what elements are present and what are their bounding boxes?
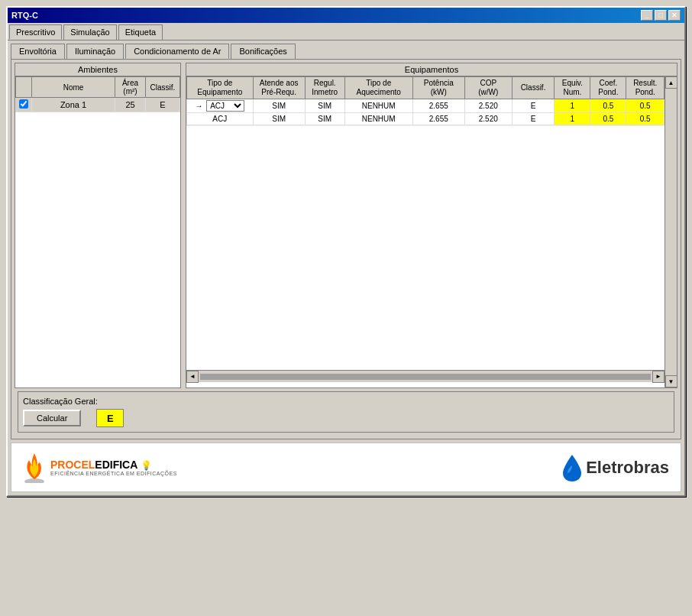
- equip-coef-cell: 0.5: [590, 99, 626, 113]
- equip-regul-cell2: SIM: [305, 113, 344, 125]
- maximize-button[interactable]: □: [655, 10, 667, 21]
- ambientes-empty-space: [15, 112, 180, 387]
- scroll-up-button[interactable]: ▲: [665, 76, 677, 89]
- equip-col-potencia: Potência(kW): [412, 77, 464, 99]
- amb-check-cell[interactable]: [16, 98, 32, 112]
- equip-coef-cell2: 0.5: [590, 113, 626, 125]
- ambientes-panel: Ambientes Nome Área (m²) Classif.: [15, 63, 181, 388]
- equip-aquecimento-cell2: NENHUM: [344, 113, 412, 125]
- window-title: RTQ-C: [11, 11, 38, 20]
- tab-bar: Envoltória Iluminação Condicionamento de…: [8, 41, 684, 59]
- procel-text-block: PROCELEDIFICA 💡 EFICIÊNCIA ENERGÉTICA EM…: [50, 459, 177, 476]
- equip-tipo-cell[interactable]: → ACJ: [187, 99, 254, 113]
- scroll-right-button[interactable]: ►: [652, 371, 665, 383]
- amb-col-area: Área (m²): [115, 77, 146, 98]
- equip-col-aquecimento: Tipo deAquecimento: [344, 77, 412, 99]
- equip-cop-cell: 2.520: [464, 99, 512, 113]
- eletrobras-logo: Eletrobras: [561, 453, 669, 482]
- close-button[interactable]: ✕: [668, 10, 681, 21]
- equip-col-coef: Coef.Pond.: [590, 77, 626, 99]
- tab-bonificacoes[interactable]: Bonificações: [231, 44, 295, 59]
- equip-atende-cell: SIM: [253, 99, 305, 113]
- equip-empty-space: [186, 125, 665, 370]
- classif-result-box: E: [96, 409, 124, 427]
- equip-table-container: Tipo deEquipamento Atende aosPré-Requ. R…: [186, 76, 665, 387]
- equipamentos-panel: Equipamentos Tipo deEquipamento Atende a…: [186, 63, 677, 388]
- amb-col-nome: Nome: [32, 77, 115, 98]
- equipamentos-body: → ACJ SIM SIM NENHUM 2.655: [187, 99, 665, 125]
- equip-col-result: Result.Pond.: [626, 77, 665, 99]
- content-area: Ambientes Nome Área (m²) Classif.: [11, 59, 681, 439]
- minimize-button[interactable]: _: [641, 10, 653, 21]
- equipamentos-table: Tipo deEquipamento Atende aosPré-Requ. R…: [186, 76, 665, 125]
- amb-classif-cell: E: [146, 98, 180, 112]
- equip-classif-cell: E: [512, 99, 555, 113]
- equip-col-equiv: Equiv.Num.: [555, 77, 590, 99]
- equip-col-atende: Atende aosPré-Requ.: [253, 77, 305, 99]
- menu-tab-simulacao[interactable]: Simulação: [63, 24, 116, 40]
- amb-col-classif: Classif.: [146, 77, 180, 98]
- panels-row: Ambientes Nome Área (m²) Classif.: [15, 63, 677, 388]
- equip-atende-cell2: SIM: [253, 113, 305, 125]
- tipo-dropdown[interactable]: ACJ: [206, 100, 244, 112]
- edifica-name: EDIFICA: [95, 459, 137, 471]
- equipamentos-title: Equipamentos: [186, 63, 677, 76]
- eletrobras-name: Eletrobras: [586, 458, 669, 478]
- calcular-button[interactable]: Calcular: [23, 410, 81, 426]
- equip-result-cell2: 0.5: [626, 113, 665, 125]
- equip-potencia-cell: 2.655: [412, 99, 464, 113]
- equip-equiv-cell: 1: [555, 99, 590, 113]
- equip-col-regul: Regul.Inmetro: [305, 77, 344, 99]
- ambientes-table: Nome Área (m²) Classif. Zona 1 25 E: [15, 76, 180, 112]
- scroll-track[interactable]: [200, 374, 651, 380]
- equip-col-cop: COP(w/W): [464, 77, 512, 99]
- scroll-down-button[interactable]: ▼: [665, 375, 677, 387]
- table-row[interactable]: ACJ SIM SIM NENHUM 2.655 2.520 E 1 0.5: [187, 113, 665, 125]
- main-window: RTQ-C _ □ ✕ Prescritivo Simulação Etique…: [6, 6, 686, 497]
- bottom-controls: Calcular E: [23, 409, 669, 427]
- equip-col-classif: Classif.: [512, 77, 555, 99]
- equip-tipo-cell2: ACJ: [187, 113, 254, 125]
- ambientes-title: Ambientes: [15, 63, 180, 76]
- equip-cop-cell2: 2.520: [464, 113, 512, 125]
- procel-subtitle: EFICIÊNCIA ENERGÉTICA EM EDIFICAÇÕES: [50, 471, 177, 476]
- classif-geral-label: Classificação Geral:: [23, 397, 669, 406]
- menu-tab-prescritivo[interactable]: Prescritivo: [9, 24, 62, 40]
- procel-name: PROCEL: [50, 459, 95, 471]
- title-buttons: _ □ ✕: [641, 10, 681, 21]
- equip-aquecimento-cell: NENHUM: [344, 99, 412, 113]
- table-row[interactable]: → ACJ SIM SIM NENHUM 2.655: [187, 99, 665, 113]
- procel-logo: PROCELEDIFICA 💡 EFICIÊNCIA ENERGÉTICA EM…: [23, 452, 177, 483]
- equip-result-cell: 0.5: [626, 99, 665, 113]
- arrow-indicator: →: [195, 102, 202, 110]
- vertical-scrollbar: ▲ ▼: [665, 76, 677, 387]
- table-row[interactable]: Zona 1 25 E: [16, 98, 180, 112]
- tab-envoltoria[interactable]: Envoltória: [11, 44, 65, 59]
- ambientes-body: Zona 1 25 E: [16, 98, 180, 112]
- amb-nome-cell: Zona 1: [32, 98, 115, 112]
- scroll-left-button[interactable]: ◄: [186, 371, 199, 383]
- bottom-section: Classificação Geral: Calcular E: [18, 391, 674, 433]
- menu-bar: Prescritivo Simulação Etiqueta: [8, 23, 684, 41]
- horizontal-scrollbar: ◄ ►: [186, 370, 665, 382]
- procel-brand: PROCELEDIFICA 💡: [50, 459, 177, 471]
- equip-equiv-cell2: 1: [555, 113, 590, 125]
- equip-potencia-cell2: 2.655: [412, 113, 464, 125]
- menu-tab-etiqueta[interactable]: Etiqueta: [118, 24, 163, 40]
- procel-flame-icon: [23, 452, 46, 483]
- eletrobras-drop-icon: [561, 453, 583, 482]
- tab-condicionamento[interactable]: Condicionamento de Ar: [125, 44, 229, 59]
- title-bar: RTQ-C _ □ ✕: [8, 8, 684, 23]
- tab-iluminacao[interactable]: Iluminação: [66, 44, 124, 59]
- equip-col-tipo: Tipo deEquipamento: [187, 77, 254, 99]
- amb-col-check: [16, 77, 32, 98]
- equip-regul-cell: SIM: [305, 99, 344, 113]
- footer: PROCELEDIFICA 💡 EFICIÊNCIA ENERGÉTICA EM…: [11, 443, 681, 492]
- bulb-icon: 💡: [141, 460, 152, 471]
- amb-checkbox[interactable]: [19, 99, 28, 109]
- amb-area-cell: 25: [115, 98, 146, 112]
- equip-classif-cell2: E: [512, 113, 555, 125]
- equip-content: Tipo deEquipamento Atende aosPré-Requ. R…: [186, 76, 677, 387]
